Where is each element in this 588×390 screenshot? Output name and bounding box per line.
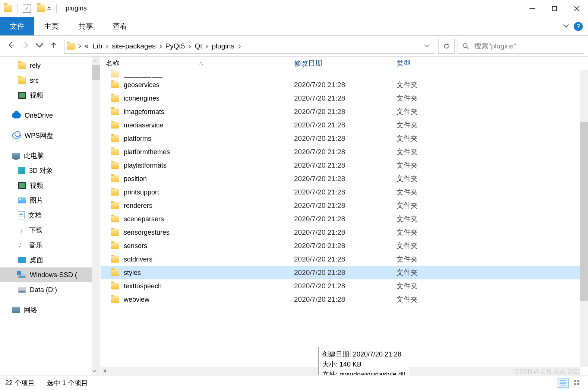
tree-item[interactable]: ♪音乐 (0, 238, 100, 253)
file-row[interactable]: playlistformats2020/7/20 21:28文件夹 (101, 159, 588, 172)
file-row[interactable]: sensors2020/7/20 21:28文件夹 (101, 239, 588, 253)
tree-item[interactable]: Windows-SSD ( (0, 267, 100, 282)
breadcrumb-segment[interactable]: plugins (209, 42, 236, 50)
maximize-button[interactable] (543, 0, 566, 17)
tab-file[interactable]: 文件 (0, 17, 34, 35)
ribbon-expand-icon[interactable] (563, 22, 569, 30)
breadcrumb-segment[interactable]: Qt (192, 42, 204, 50)
file-name: sceneparsers (124, 215, 164, 223)
chevron-right-icon[interactable] (187, 42, 192, 50)
forward-button[interactable] (22, 41, 29, 51)
column-name[interactable]: 名称 (101, 59, 289, 68)
file-name: position (124, 175, 147, 183)
folder-icon (111, 95, 119, 102)
file-row[interactable]: renderers2020/7/20 21:28文件夹 (101, 199, 588, 212)
file-row[interactable]: position2020/7/20 21:28文件夹 (101, 172, 588, 186)
file-date: 2020/7/20 21:28 (289, 188, 391, 196)
navigation-bar: « Libsite-packagesPyQt5Qtplugins (0, 36, 588, 57)
up-button[interactable] (50, 41, 57, 51)
icons-view-button[interactable] (571, 378, 583, 388)
properties-icon[interactable]: ✓ (23, 4, 31, 13)
scroll-thumb[interactable] (580, 122, 588, 301)
navigation-tree[interactable]: relysrc视频OneDriveWPS网盘此电脑3D 对象视频图片文档↓下载♪… (0, 57, 101, 375)
refresh-button[interactable] (438, 39, 455, 54)
breadcrumb-segment[interactable]: Lib (91, 42, 104, 50)
folder-icon (111, 242, 119, 249)
address-dropdown-icon[interactable] (421, 42, 433, 50)
tree-item[interactable]: 此电脑 (0, 148, 100, 163)
tree-item[interactable]: 文档 (0, 208, 100, 223)
back-button[interactable] (7, 41, 15, 51)
file-row[interactable]: mediaservice2020/7/20 21:28文件夹 (101, 118, 588, 132)
chevron-right-icon[interactable] (77, 42, 82, 50)
help-icon[interactable]: ? (574, 22, 583, 31)
new-folder-icon[interactable] (37, 5, 45, 12)
file-row[interactable]: styles2020/7/20 21:28文件夹 (101, 266, 588, 279)
file-type: 文件夹 (391, 174, 484, 184)
svg-rect-0 (552, 6, 557, 11)
column-headers: 名称 修改日期 类型 (101, 57, 588, 70)
file-row[interactable]: iconengines2020/7/20 21:28文件夹 (101, 92, 588, 105)
recent-dropdown-icon[interactable] (36, 41, 43, 51)
search-box[interactable] (458, 39, 584, 54)
tree-item[interactable]: WPS网盘 (0, 128, 100, 143)
tree-item[interactable]: 网络 (0, 302, 100, 317)
file-row[interactable]: sceneparsers2020/7/20 21:28文件夹 (101, 212, 588, 226)
breadcrumb-overflow[interactable]: « (83, 42, 90, 50)
tree-item[interactable]: 图片 (0, 193, 100, 208)
chevron-right-icon[interactable] (158, 42, 163, 50)
file-type: 文件夹 (391, 201, 484, 210)
address-bar[interactable]: « Libsite-packagesPyQt5Qtplugins (64, 39, 435, 54)
tree-item-label: Windows-SSD ( (30, 271, 77, 279)
minimize-button[interactable] (521, 0, 543, 17)
tree-item[interactable]: Data (D:) (0, 282, 100, 297)
scroll-down-icon[interactable] (92, 367, 96, 375)
scroll-up-icon[interactable] (92, 57, 100, 65)
list-vscrollbar[interactable] (580, 70, 588, 367)
file-row[interactable]: platforms2020/7/20 21:28文件夹 (101, 132, 588, 145)
file-row[interactable]: geoservices2020/7/20 21:28文件夹 (101, 78, 588, 92)
tree-item[interactable]: ↓下载 (0, 223, 100, 238)
file-row[interactable]: sqldrivers2020/7/20 21:28文件夹 (101, 253, 588, 266)
file-row[interactable]: printsupport2020/7/20 21:28文件夹 (101, 186, 588, 199)
details-view-button[interactable] (557, 378, 569, 388)
tree-item[interactable]: 视频 (0, 178, 100, 193)
tab-view[interactable]: 查看 (103, 17, 137, 35)
column-date[interactable]: 修改日期 (289, 58, 391, 68)
file-row[interactable]: platformthemes2020/7/20 21:28文件夹 (101, 145, 588, 159)
search-input[interactable] (474, 42, 579, 50)
chevron-right-icon[interactable] (237, 42, 242, 50)
column-type[interactable]: 类型 (391, 58, 484, 68)
breadcrumb-segment[interactable]: PyQt5 (163, 42, 187, 50)
folder-icon (111, 269, 119, 276)
tree-item[interactable]: OneDrive (0, 108, 100, 123)
tree-item[interactable]: 视频 (0, 88, 100, 103)
chevron-right-icon[interactable] (204, 42, 209, 50)
tree-item[interactable]: rely (0, 58, 100, 73)
search-icon (462, 43, 469, 50)
tree-item-label: 网络 (24, 305, 37, 314)
file-row[interactable]: texttospeech2020/7/20 21:28文件夹 (101, 279, 588, 293)
titlebar: ✓ plugins (0, 0, 588, 17)
folder-icon (111, 122, 119, 129)
file-date: 2020/7/20 21:28 (289, 175, 391, 183)
close-button[interactable] (566, 0, 588, 17)
tab-share[interactable]: 共享 (69, 17, 103, 35)
chevron-right-icon[interactable] (104, 42, 110, 50)
tab-home[interactable]: 主页 (34, 17, 69, 35)
file-row[interactable]: webview2020/7/20 21:28文件夹 (101, 293, 588, 306)
separator (56, 4, 57, 13)
item-count: 22 个项目 (5, 378, 35, 387)
file-row[interactable]: imageformats2020/7/20 21:28文件夹 (101, 105, 588, 118)
tree-scrollbar[interactable] (92, 57, 100, 375)
tree-item[interactable]: src (0, 73, 100, 88)
qat-dropdown-icon[interactable] (47, 4, 51, 12)
breadcrumb-segment[interactable]: site-packages (110, 42, 158, 50)
tree-item-label: 此电脑 (24, 151, 44, 160)
tree-item[interactable]: 桌面 (0, 253, 100, 267)
file-name: styles (124, 269, 141, 277)
scroll-left-icon[interactable] (101, 367, 109, 375)
file-row[interactable]: sensorgestures2020/7/20 21:28文件夹 (101, 226, 588, 239)
tree-item[interactable]: 3D 对象 (0, 163, 100, 178)
scroll-thumb[interactable] (92, 65, 100, 80)
